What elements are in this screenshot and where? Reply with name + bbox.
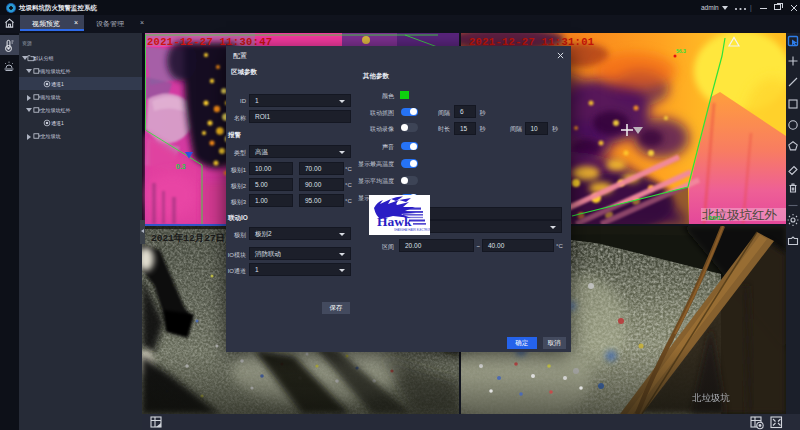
svg-text:北垃圾坑: 北垃圾坑: [692, 392, 730, 403]
svg-text:Hawk: Hawk: [377, 214, 412, 229]
svg-text:0.3: 0.3: [176, 163, 186, 170]
svg-text:ROI1: ROI1: [708, 215, 721, 221]
svg-text:SHANGHAI HAWK ELECTRONIC CO.,L: SHANGHAI HAWK ELECTRONIC CO.,LTD: [394, 228, 430, 232]
svg-text:56.3: 56.3: [676, 48, 686, 54]
